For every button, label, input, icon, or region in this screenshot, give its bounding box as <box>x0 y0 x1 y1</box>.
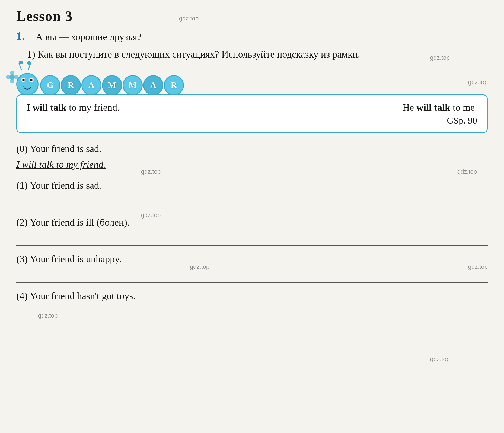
antenna-ball-right <box>27 61 31 65</box>
exercise-3-number: (3) <box>16 254 28 264</box>
gs-reference: GSp. 90 <box>252 115 477 126</box>
caterpillar-face <box>16 73 39 95</box>
exercise-0-label: (0) Your friend is sad. <box>16 141 488 157</box>
watermark-11: gdz.top <box>430 356 450 363</box>
exercise-4: (4) Your friend hasn't got toys. <box>16 288 488 304</box>
watermark-5: gdz.top <box>141 168 161 175</box>
grammar-right-text: He will talk to me. <box>252 102 477 113</box>
exercise-3-label: (3) Your friend is unhappy. <box>16 251 488 267</box>
exercise-1-answer-line <box>16 196 488 209</box>
section-1-header: 1. А вы — хорошие друзья? <box>16 30 488 45</box>
bubble-G: G <box>40 75 60 95</box>
section-heading: А вы — хорошие друзья? <box>36 30 142 45</box>
bubble-A1: A <box>81 75 101 95</box>
watermark-6: gdz.top <box>457 168 477 175</box>
grammar-right-part1: He <box>403 102 416 113</box>
caterpillar-row: G R A M M A R <box>16 73 488 95</box>
exercise-2: (2) Your friend is ill (болен). <box>16 215 488 246</box>
watermark-9: gdz.top <box>468 263 488 270</box>
exercise-2-number: (2) <box>16 217 28 228</box>
exercise-1-number: (1) <box>16 180 28 191</box>
antenna-ball-left <box>19 61 23 64</box>
exercise-0-number: (0) <box>16 143 28 154</box>
section-subheading-container: 1) Как вы поступите в следующих ситуация… <box>27 47 488 62</box>
exercise-0: (0) Your friend is sad. I will talk to m… <box>16 141 488 173</box>
grammar-right-part2: to me. <box>450 102 477 113</box>
exercise-4-label: (4) Your friend hasn't got toys. <box>16 288 488 304</box>
pupil-right <box>30 79 33 81</box>
grammar-box: I will talk to my friend. He will talk t… <box>16 94 488 133</box>
exercise-3-answer-line <box>16 269 488 283</box>
bubble-M1: M <box>102 75 122 95</box>
watermark-7: gdz.top <box>141 212 161 219</box>
grammar-box-content: I will talk to my friend. He will talk t… <box>27 102 477 126</box>
exercise-0-text: Your friend is sad. <box>30 143 101 154</box>
watermark-1: gdz.top <box>179 15 199 22</box>
bubble-R2: R <box>164 75 184 95</box>
pupil-left <box>22 79 25 81</box>
exercise-4-text: Your friend hasn't got toys. <box>30 290 136 301</box>
svg-point-5 <box>9 74 15 80</box>
exercise-2-answer-line <box>16 232 488 246</box>
bubble-R: R <box>61 75 81 95</box>
exercise-4-number: (4) <box>16 290 28 301</box>
exercises-container: (0) Your friend is sad. I will talk to m… <box>16 141 488 304</box>
grammar-right-sentence: He will talk to me. GSp. 90 <box>252 102 477 126</box>
exercise-0-answer: I will talk to my friend. <box>16 159 106 170</box>
exercise-3-text: Your friend is unhappy. <box>30 254 122 264</box>
bubble-M2: M <box>123 75 143 95</box>
grammar-right-bold: will talk <box>416 102 450 113</box>
watermark-2: gdz.top <box>430 54 450 61</box>
grammar-bubbles: G R A M M A R <box>40 75 184 95</box>
section-number: 1. <box>16 30 25 43</box>
exercise-2-label: (2) Your friend is ill (болен). <box>16 215 488 230</box>
grammar-section: G R A M M A R I will talk to my friend. … <box>16 73 488 133</box>
watermark-8: gdz.top <box>190 263 209 270</box>
grammar-left-part2: to my friend. <box>66 102 120 113</box>
smile <box>23 86 31 90</box>
grammar-left-bold: will talk <box>33 102 66 113</box>
watermark-10: gdz.top <box>38 312 58 319</box>
section-subheading: 1) Как вы поступите в следующих ситуация… <box>27 49 360 60</box>
exercise-1-label: (1) Your friend is sad. <box>16 178 488 194</box>
exercise-1: (1) Your friend is sad. <box>16 178 488 209</box>
exercise-1-text: Your friend is sad. <box>30 180 101 191</box>
caterpillar-head <box>16 73 39 95</box>
grammar-left-part1: I <box>27 102 33 113</box>
page-title: Lesson 3 <box>16 8 488 24</box>
grammar-left-sentence: I will talk to my friend. <box>27 102 252 113</box>
bubble-A2: A <box>143 75 163 95</box>
exercise-2-text: Your friend is ill (болен). <box>30 217 130 228</box>
exercise-3: (3) Your friend is unhappy. <box>16 251 488 283</box>
exercise-0-answer-line: I will talk to my friend. <box>16 159 488 172</box>
